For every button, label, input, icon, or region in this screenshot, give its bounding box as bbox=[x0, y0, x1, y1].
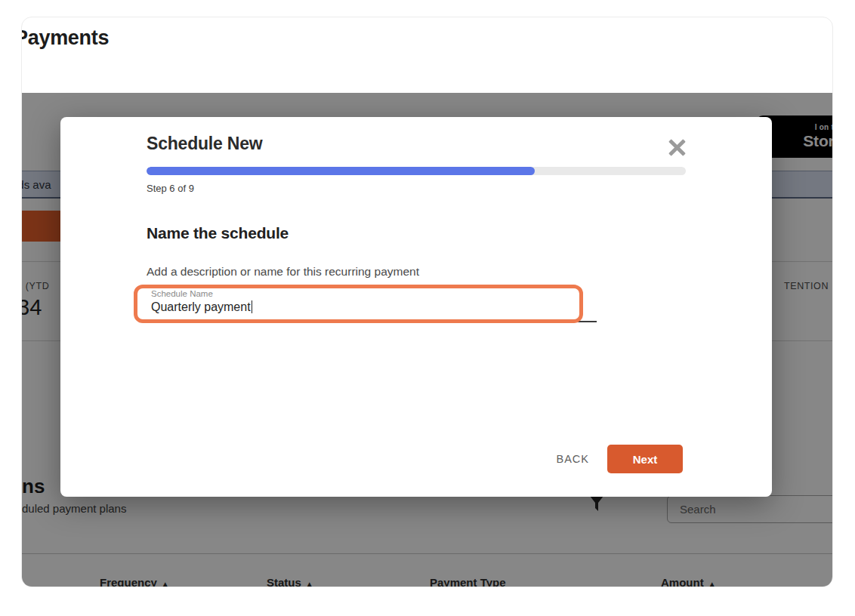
text-cursor bbox=[252, 300, 253, 313]
step-heading: Name the schedule bbox=[147, 224, 289, 242]
step-description: Add a description or name for this recur… bbox=[147, 265, 419, 279]
step-indicator: Step 6 of 9 bbox=[147, 183, 194, 194]
schedule-new-dialog: Schedule New Step 6 of 9 Name the schedu… bbox=[60, 117, 772, 497]
dialog-title: Schedule New bbox=[147, 134, 263, 154]
schedule-name-label: Schedule Name bbox=[151, 289, 213, 298]
progress-bar bbox=[147, 167, 686, 175]
page-title: Payments bbox=[21, 26, 109, 50]
schedule-name-input[interactable]: Quarterly payment bbox=[151, 300, 252, 314]
next-button[interactable]: Next bbox=[607, 445, 683, 473]
back-button[interactable]: BACK bbox=[557, 453, 590, 465]
dialog-actions: BACK Next bbox=[557, 445, 684, 473]
close-icon[interactable] bbox=[666, 137, 687, 158]
input-underline bbox=[151, 321, 597, 322]
progress-fill bbox=[147, 167, 535, 175]
